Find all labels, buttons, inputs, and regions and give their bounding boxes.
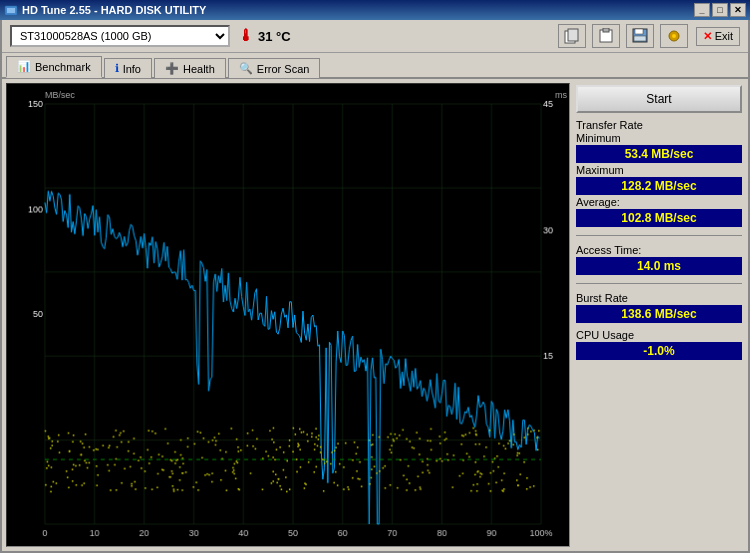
- svg-point-10: [672, 34, 676, 38]
- tab-bar: 📊 Benchmark ℹ Info ➕ Health 🔍 Error Scan: [2, 53, 748, 79]
- toolbar: ST31000528AS (1000 GB) 🌡 31 °C: [2, 20, 748, 53]
- transfer-rate-label: Transfer Rate: [576, 119, 742, 131]
- options-icon-btn[interactable]: [660, 24, 688, 48]
- temperature-display: 🌡 31 °C: [238, 27, 291, 45]
- errorscan-tab-label: Error Scan: [257, 63, 310, 75]
- thermometer-icon: 🌡: [238, 27, 254, 45]
- window-controls: _ □ ✕: [694, 3, 746, 17]
- exit-button[interactable]: ✕ Exit: [696, 27, 740, 46]
- info-tab-label: Info: [123, 63, 141, 75]
- cpu-usage-group: CPU Usage -1.0%: [576, 329, 742, 360]
- paste-icon: [597, 28, 615, 44]
- window-title: HD Tune 2.55 - HARD DISK UTILITY: [22, 4, 206, 16]
- burst-rate-label: Burst Rate: [576, 292, 742, 304]
- content-area: Start Transfer Rate Minimum 53.4 MB/sec …: [2, 79, 748, 551]
- minimize-button[interactable]: _: [694, 3, 710, 17]
- maximize-button[interactable]: □: [712, 3, 728, 17]
- average-value: 102.8 MB/sec: [576, 209, 742, 227]
- transfer-rate-group: Transfer Rate Minimum 53.4 MB/sec Maximu…: [576, 119, 742, 227]
- minimum-value: 53.4 MB/sec: [576, 145, 742, 163]
- svg-rect-1: [7, 8, 15, 13]
- health-tab-label: Health: [183, 63, 215, 75]
- tab-info[interactable]: ℹ Info: [104, 58, 152, 78]
- toolbar-icons: [558, 24, 688, 48]
- access-time-group: Access Time: 14.0 ms: [576, 244, 742, 275]
- save-icon: [631, 28, 649, 44]
- tab-benchmark[interactable]: 📊 Benchmark: [6, 56, 102, 78]
- average-label: Average:: [576, 196, 742, 208]
- chart-canvas: [7, 84, 569, 546]
- benchmark-tab-label: Benchmark: [35, 61, 91, 73]
- right-panel: Start Transfer Rate Minimum 53.4 MB/sec …: [574, 83, 744, 547]
- burst-rate-value: 138.6 MB/sec: [576, 305, 742, 323]
- paste-icon-btn[interactable]: [592, 24, 620, 48]
- benchmark-tab-icon: 📊: [17, 60, 31, 73]
- svg-rect-3: [568, 29, 578, 41]
- cpu-usage-label: CPU Usage: [576, 329, 742, 341]
- minimum-label: Minimum: [576, 132, 742, 144]
- cpu-usage-value: -1.0%: [576, 342, 742, 360]
- options-icon: [665, 28, 683, 44]
- exit-label: Exit: [715, 30, 733, 42]
- copy-icon-btn[interactable]: [558, 24, 586, 48]
- temperature-value: 31 °C: [258, 29, 291, 44]
- benchmark-chart: [6, 83, 570, 547]
- close-button[interactable]: ✕: [730, 3, 746, 17]
- maximum-label: Maximum: [576, 164, 742, 176]
- info-tab-icon: ℹ: [115, 62, 119, 75]
- health-tab-icon: ➕: [165, 62, 179, 75]
- tab-health[interactable]: ➕ Health: [154, 58, 226, 78]
- start-button[interactable]: Start: [576, 85, 742, 113]
- svg-rect-7: [635, 29, 643, 34]
- drive-selector[interactable]: ST31000528AS (1000 GB): [10, 25, 230, 47]
- title-bar: HD Tune 2.55 - HARD DISK UTILITY _ □ ✕: [0, 0, 750, 20]
- divider-1: [576, 235, 742, 236]
- app-icon: [4, 3, 18, 17]
- save-icon-btn[interactable]: [626, 24, 654, 48]
- errorscan-tab-icon: 🔍: [239, 62, 253, 75]
- burst-rate-group: Burst Rate 138.6 MB/sec: [576, 292, 742, 323]
- copy-icon: [563, 28, 581, 44]
- divider-2: [576, 283, 742, 284]
- svg-rect-8: [634, 36, 646, 41]
- access-time-label: Access Time:: [576, 244, 742, 256]
- main-window: ST31000528AS (1000 GB) 🌡 31 °C: [0, 20, 750, 553]
- exit-x-icon: ✕: [703, 30, 712, 43]
- svg-rect-5: [603, 28, 609, 32]
- tab-errorscan[interactable]: 🔍 Error Scan: [228, 58, 321, 78]
- access-time-value: 14.0 ms: [576, 257, 742, 275]
- maximum-value: 128.2 MB/sec: [576, 177, 742, 195]
